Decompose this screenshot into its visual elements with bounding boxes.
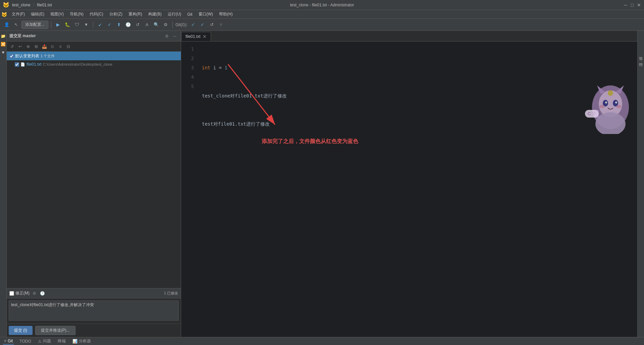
- bottom-tab-analyzer[interactable]: 📊 分析器: [71, 338, 92, 345]
- right-tab-notifications[interactable]: 通知: [638, 51, 644, 56]
- toolbar-vcs-update[interactable]: ↙: [96, 21, 104, 29]
- toolbar-debug[interactable]: 🐛: [63, 21, 71, 29]
- menu-build[interactable]: 构建(B): [146, 11, 164, 18]
- menu-refactor[interactable]: 重构(R): [126, 11, 145, 18]
- group-icon[interactable]: ⊟: [65, 43, 72, 50]
- bookmark-icon[interactable]: ★: [1, 50, 6, 55]
- stash-icon[interactable]: 📥: [41, 43, 48, 50]
- toolbar-coverage[interactable]: 🛡: [73, 21, 81, 29]
- menu-git[interactable]: Git: [184, 11, 195, 17]
- close-button[interactable]: ✕: [637, 3, 641, 7]
- toolbar-translate[interactable]: A: [143, 21, 151, 29]
- refresh-icon[interactable]: ↺: [9, 43, 15, 50]
- menu-analyze[interactable]: 分析(Z): [107, 11, 125, 18]
- commit-push-button[interactable]: 提交并推送(P)...: [35, 326, 75, 335]
- problems-tab-icon: ⚠: [38, 339, 42, 344]
- git-tab-icon: ⑂: [4, 339, 6, 343]
- group-count: 1 个文件: [41, 54, 55, 59]
- commit-options-icon[interactable]: ⚙: [31, 290, 38, 297]
- toolbar-more-run[interactable]: ▼: [82, 21, 90, 29]
- menu-code[interactable]: 代码(C): [87, 11, 106, 18]
- toolbar-vcs-history[interactable]: 🕐: [124, 21, 132, 29]
- commit-header: 修正(M) ⚙ 🕐 1 已修改: [7, 288, 181, 298]
- amend-checkbox[interactable]: [9, 291, 14, 296]
- keyword-int: int: [202, 65, 210, 70]
- group-header[interactable]: 默认变更列表 1 个文件: [7, 52, 181, 60]
- bottom-tab-todo[interactable]: TODO: [18, 338, 32, 344]
- project-icon[interactable]: 📁: [1, 33, 6, 39]
- vcs-icon[interactable]: 🔀: [1, 42, 6, 47]
- bottom-tab-problems[interactable]: ⚠ 问题: [37, 338, 52, 345]
- toolbar-git-check[interactable]: ✓: [189, 21, 197, 29]
- toolbar-search[interactable]: 🔍: [152, 21, 160, 29]
- tab-label: file01.txt: [185, 34, 201, 39]
- commit-message-input[interactable]: test_clone对file01.txt进行了修改,并解决了冲突: [9, 300, 179, 321]
- panel-header: 提交至 master ⚙ ─: [7, 31, 181, 42]
- add-config-button[interactable]: 添加配置...: [21, 21, 48, 29]
- separator-1: [51, 21, 51, 28]
- commit-buttons: 提交 (I) 提交并推送(P)...: [7, 324, 181, 337]
- menu-window[interactable]: 窗口(W): [196, 11, 216, 18]
- toolbar-run[interactable]: ▶: [54, 21, 62, 29]
- menu-nav[interactable]: 导航(N): [67, 11, 86, 18]
- toolbar-vcs-push[interactable]: ⬆: [115, 21, 123, 29]
- diff-icon[interactable]: ⊙: [49, 43, 56, 50]
- project-name: test_clone: [12, 3, 31, 7]
- toolbar-vcs-commit[interactable]: ✓: [105, 21, 113, 29]
- menu-run[interactable]: 运行(U): [165, 11, 184, 18]
- toolbar-git-check2[interactable]: ✓: [198, 21, 206, 29]
- commit-history-icon[interactable]: 🕐: [39, 290, 46, 297]
- panel-settings-icon[interactable]: ⚙: [163, 33, 170, 40]
- toolbar-git-revert2[interactable]: ↺: [208, 21, 216, 29]
- stage-icon[interactable]: ⊞: [33, 43, 40, 50]
- git-panel: 提交至 master ⚙ ─ ↺ ↩ ⊕ ⊞ 📥 ⊙ ≡ ⊟ 默认变更列表 1 …: [7, 31, 181, 337]
- file-icon: 📄: [20, 62, 25, 67]
- line-num-1: 1: [181, 44, 194, 54]
- menu-view[interactable]: 视图(V): [48, 11, 66, 18]
- group-name: 默认变更列表: [15, 53, 39, 59]
- menu-edit[interactable]: 编辑(E): [28, 11, 47, 18]
- code-editor: 1 2 3 4 5 int i = 1 test_clone对file01.tx…: [181, 42, 637, 337]
- menu-help[interactable]: 帮助(H): [216, 11, 235, 18]
- window-title: test_clone - file01.txt - Administrator: [290, 3, 354, 7]
- commit-message-area: test_clone对file01.txt进行了修改,并解决了冲突: [7, 298, 181, 324]
- right-strip: 通知 结构: [637, 31, 644, 337]
- file-item-path: C:\Users\Administrator\Desktop\test_clon…: [43, 62, 112, 66]
- toolbar-cursor[interactable]: ↖: [12, 21, 20, 29]
- file-item[interactable]: 📄 file01.txt C:\Users\Administrator\Desk…: [7, 60, 181, 68]
- expand-icon[interactable]: ⊕: [25, 43, 32, 50]
- editor-area: file01.txt ✕ 1 2 3 4 5 int i = 1 test_cl…: [181, 31, 637, 337]
- menu-bar: 🐱 文件(F) 编辑(E) 视图(V) 导航(N) 代码(C) 分析(Z) 重构…: [0, 10, 644, 19]
- file-checkbox[interactable]: [15, 62, 19, 67]
- bottom-tab-terminal[interactable]: 终端: [56, 338, 67, 345]
- commit-area: 修正(M) ⚙ 🕐 1 已修改 test_clone对file01.txt进行了…: [7, 288, 181, 337]
- commit-button[interactable]: 提交 (I): [9, 326, 33, 335]
- tab-close-icon[interactable]: ✕: [203, 34, 207, 39]
- group-checkbox[interactable]: [9, 54, 14, 58]
- panel-minimize-icon[interactable]: ─: [171, 33, 178, 40]
- undo-icon[interactable]: ↩: [17, 43, 23, 50]
- toolbar-vcs-revert[interactable]: ↺: [133, 21, 142, 29]
- panel-title: 提交至 master: [9, 33, 36, 39]
- file-tree: 默认变更列表 1 个文件 📄 file01.txt C:\Users\Admin…: [7, 52, 181, 288]
- bottom-strip: ⑂ Git TODO ⚠ 问题 终端 📊 分析器: [0, 337, 644, 345]
- code-content[interactable]: int i = 1 test_clone对file01.txt进行了修改 tes…: [198, 42, 637, 337]
- separator-3: [172, 21, 173, 28]
- title-bar: 🐱 test_clone / file01.txt test_clone - f…: [0, 0, 644, 10]
- minimize-button[interactable]: ─: [623, 3, 628, 7]
- toolbar-git-branch[interactable]: ⑂: [217, 21, 225, 29]
- editor-tab-file01[interactable]: file01.txt ✕: [181, 32, 211, 41]
- toolbar-settings[interactable]: ⚙: [162, 21, 170, 29]
- git-label: Git(G):: [175, 22, 187, 27]
- right-tab-structure[interactable]: 结构: [638, 57, 644, 62]
- line-num-2: 2: [181, 54, 194, 63]
- toolbar-profile[interactable]: 👤: [3, 21, 11, 29]
- line-num-5: 5: [181, 82, 194, 91]
- menu-file[interactable]: 文件(F): [9, 11, 28, 18]
- number-literal: 1: [224, 65, 227, 70]
- code-line-3: test对file01.txt进行了修改: [202, 119, 633, 129]
- maximize-button[interactable]: □: [630, 3, 635, 7]
- sort-icon[interactable]: ≡: [57, 43, 64, 50]
- bottom-tab-git[interactable]: ⑂ Git: [3, 338, 14, 345]
- main-layout: 📁 🔀 ★ 提交至 master ⚙ ─ ↺ ↩ ⊕ ⊞ 📥 ⊙ ≡ ⊟: [0, 31, 644, 337]
